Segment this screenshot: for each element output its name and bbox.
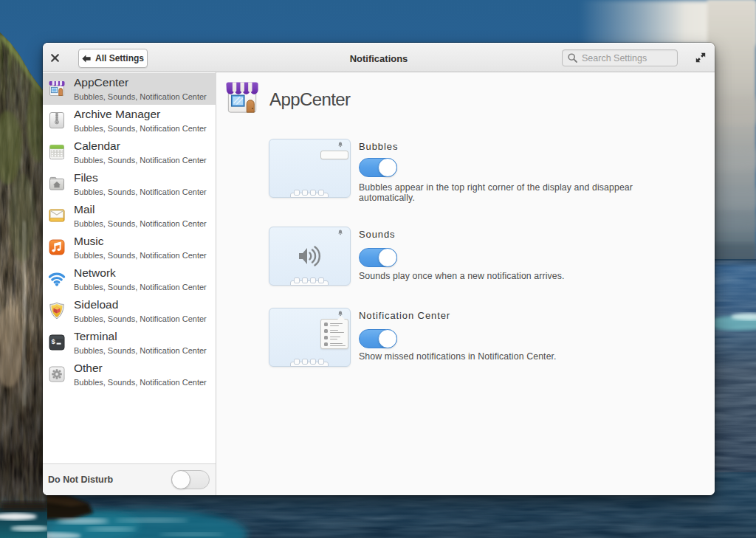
svg-text:$: $ [51,337,55,345]
